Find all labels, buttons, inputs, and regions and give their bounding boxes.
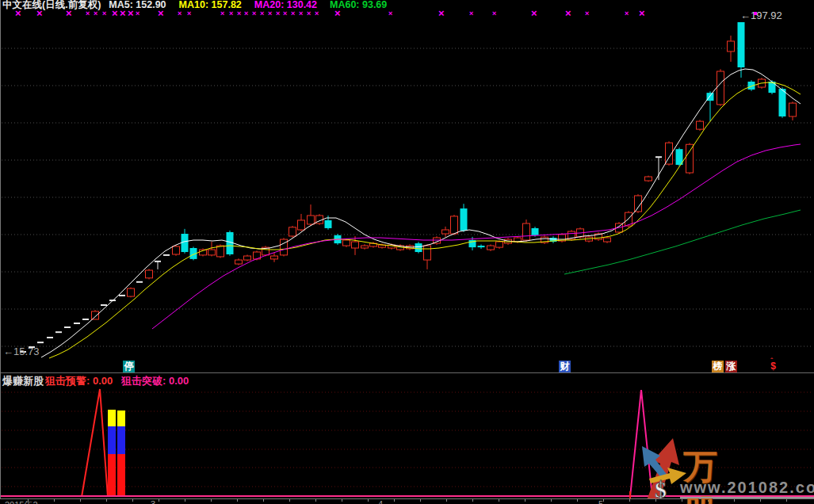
axis-tick: [106, 499, 107, 502]
axis-tick: [734, 499, 735, 502]
indicator-value: 狙击预警: 0.00: [45, 374, 113, 388]
axis-tick: [132, 499, 133, 502]
axis-tick: [159, 499, 159, 502]
axis-tick: [289, 499, 290, 502]
axis-date-label: 2015年2: [5, 499, 38, 504]
high-signal-dot: [754, 12, 757, 15]
axis-date-label: 4: [378, 499, 383, 504]
event-badge[interactable]: 榜: [712, 361, 724, 372]
event-badge[interactable]: 财: [559, 361, 571, 372]
axis-tick: [655, 499, 656, 502]
axis-tick: [315, 499, 316, 502]
panel-separator: [0, 372, 814, 373]
axis-tick: [420, 499, 421, 502]
axis-tick: [263, 499, 264, 502]
candlestick-chart[interactable]: $: [0, 0, 814, 504]
axis-tick: [551, 499, 552, 502]
axis-tick: [629, 499, 630, 502]
axis-tick: [499, 499, 499, 502]
stock-chart-window: 中文在线(日线.前复权)MA5: 152.90MA10: 157.82MA20:…: [0, 0, 814, 504]
axis-tick: [394, 499, 395, 502]
axis-tick: [472, 499, 473, 502]
axis-tick: [237, 499, 238, 502]
badge-hat-icon: ˆ: [770, 358, 773, 363]
axis-tick: [682, 499, 682, 502]
axis-tick: [603, 499, 604, 502]
axis-tick: [211, 499, 212, 502]
axis-tick: [80, 499, 81, 502]
indicator-value: 狙击突破: 0.00: [121, 374, 189, 388]
axis-tick: [760, 499, 761, 502]
chart-left-border: [0, 0, 1, 498]
low-price-label: ←15.73: [3, 346, 40, 357]
event-badge[interactable]: $: [767, 361, 779, 372]
high-price-label: ←197.92: [740, 10, 782, 21]
watermark-site-url: www.201082.com: [680, 479, 814, 498]
axis-tick: [185, 499, 185, 502]
axis-tick: [786, 499, 787, 502]
axis-tick: [525, 499, 525, 502]
event-badge[interactable]: 停: [123, 361, 135, 372]
axis-tick: [577, 499, 578, 502]
axis-date-label: 5: [598, 499, 603, 504]
indicator-name[interactable]: 爆赚新股: [2, 374, 44, 388]
axis-tick: [446, 499, 447, 502]
axis-tick: [368, 499, 369, 502]
event-badge[interactable]: 涨: [725, 361, 737, 372]
axis-tick: [54, 499, 55, 502]
axis-date-label: 3: [151, 499, 155, 504]
axis-tick: [342, 499, 342, 502]
